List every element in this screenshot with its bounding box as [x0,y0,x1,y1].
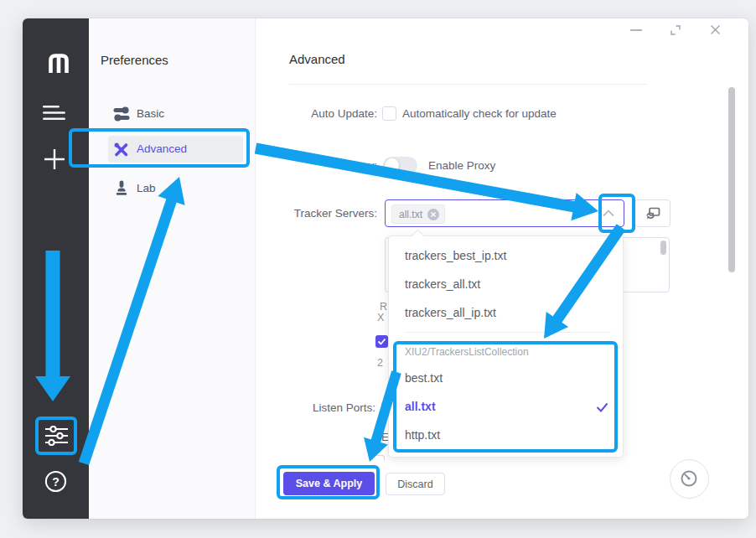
screen: ? Preferences Basic Advanced [0,0,756,538]
discard-button[interactable]: Discard [386,473,445,495]
sync-icon [645,207,660,221]
auto-update-checkbox[interactable] [382,106,396,121]
sidebar-item-lab[interactable]: Lab [106,175,246,202]
annotation-box-advanced [69,128,250,168]
maximize-icon[interactable] [670,24,681,36]
motrix-logo [47,52,70,73]
speed-limit-button[interactable] [670,459,709,499]
selected-tag[interactable]: all.txt [391,204,445,224]
sidebar-item-label: Lab [137,182,156,194]
preferences-panel [89,18,256,519]
dropdown-item[interactable]: trackers_all.txt [405,270,480,298]
listen-ports-label: Listen Ports: [267,401,375,414]
close-icon[interactable] [709,23,722,36]
annotation-box-tracker-group [393,341,618,453]
page-title: Advanced [289,52,345,66]
textarea-scrollbar[interactable] [660,241,666,255]
tracker-servers-label: Tracker Servers: [268,207,377,220]
auto-update-checkbox-label: Automatically check for update [402,107,557,120]
sidebar-item-basic[interactable]: Basic [106,101,246,127]
selected-tag-label: all.txt [399,209,422,220]
clipped-input-fragment [372,455,385,460]
minimize-icon[interactable] [629,22,644,37]
task-list-icon[interactable] [43,106,66,121]
proxy-toggle-label: Enable Proxy [428,159,495,172]
clipped-text-fragment: 2 [377,357,383,369]
tracker-servers-select[interactable]: all.txt [385,199,624,227]
annotation-box-save [277,465,380,499]
preferences-title: Preferences [101,53,168,67]
toggle-knob [385,158,399,173]
auto-update-label: Auto Update: [268,107,377,120]
basic-toggles-icon [113,106,130,122]
checked-checkbox-fragment [375,335,388,348]
svg-text:?: ? [52,475,60,489]
clipped-text-fragment: X [377,312,384,323]
dropdown-item[interactable]: trackers_all_ip.txt [405,298,496,327]
add-task-icon[interactable] [42,147,67,172]
annotation-box-chevron [598,194,635,233]
help-icon[interactable]: ? [44,470,67,493]
title-divider [289,84,647,85]
sidebar-item-label: Basic [137,107,164,120]
window-scrollbar[interactable] [728,87,735,272]
proxy-label: Proxy: [268,159,377,172]
sync-trackers-button[interactable] [634,199,671,227]
annotation-box-preferences-icon [35,416,77,455]
dropdown-group-divider [405,332,611,333]
dropdown-item[interactable]: trackers_best_ip.txt [405,241,506,270]
lab-stamp-icon [114,180,129,196]
proxy-toggle[interactable] [383,157,417,174]
clipped-text-fragment: R [380,301,387,313]
tag-close-icon[interactable] [427,209,439,220]
gauge-icon [679,468,699,489]
